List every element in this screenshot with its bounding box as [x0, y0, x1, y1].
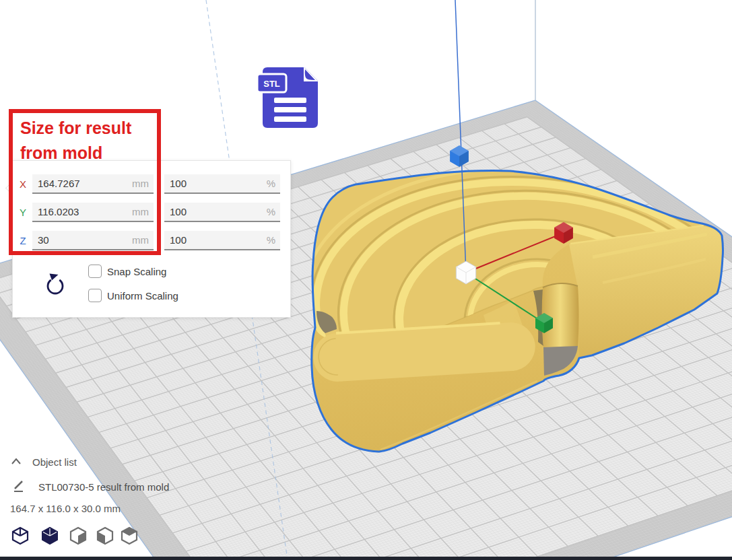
view-mode-icons — [11, 526, 159, 547]
cube-right-face-icon[interactable] — [71, 528, 86, 544]
scale-x-pct-input[interactable]: 100 % — [164, 174, 280, 194]
axis-x-label: X — [18, 178, 28, 190]
model-dimensions: 164.7 x 116.0 x 30.0 mm — [10, 503, 121, 514]
axis-z-label: Z — [18, 235, 28, 246]
scale-tool-panel: X 164.7267 mm 100 % Y 116.0203 mm 100 % … — [12, 160, 291, 318]
scale-y-pct-input[interactable]: 100 % — [164, 203, 280, 222]
annotation-text: Size for result from mold — [20, 116, 131, 166]
snap-scaling-checkbox[interactable] — [88, 265, 102, 278]
object-list-title[interactable]: Object list — [32, 456, 77, 468]
stl-label: STL — [263, 79, 280, 89]
cube-left-face-icon[interactable] — [98, 528, 112, 544]
edit-icon — [13, 481, 26, 493]
scale-row-z: Z 30 mm 100 % — [13, 231, 290, 250]
scale-row-y: Y 116.0203 mm 100 % — [13, 203, 290, 222]
stl-file-badge: STL — [255, 62, 333, 136]
cube-top-face-icon[interactable] — [122, 528, 137, 544]
scale-z-pct-input[interactable]: 100 % — [164, 231, 280, 250]
uniform-scaling-checkbox[interactable] — [88, 289, 102, 302]
axis-y-label: Y — [18, 207, 28, 218]
object-list-item[interactable]: STL00730-5 result from mold — [38, 481, 169, 493]
scale-x-mm-input[interactable]: 164.7267 mm — [32, 174, 154, 194]
cube-wireframe-icon[interactable] — [13, 528, 28, 544]
reset-scale-button[interactable] — [44, 272, 71, 299]
scale-y-mm-input[interactable]: 116.0203 mm — [32, 203, 154, 222]
collapse-caret-icon[interactable] — [11, 458, 22, 466]
scale-row-x: X 164.7267 mm 100 % — [13, 174, 290, 194]
scale-z-mm-input[interactable]: 30 mm — [32, 231, 154, 250]
window-bottom-bar — [0, 557, 732, 560]
cube-solid-icon[interactable] — [42, 528, 57, 544]
